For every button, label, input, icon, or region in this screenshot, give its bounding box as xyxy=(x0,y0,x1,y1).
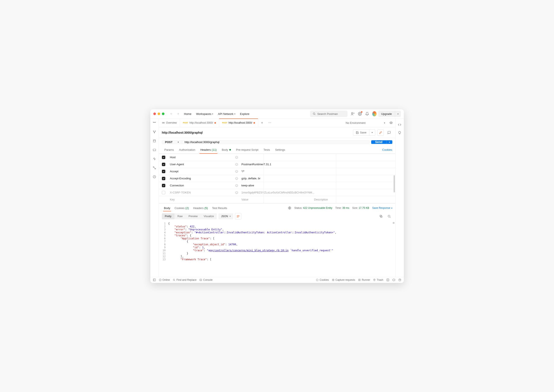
settings-icon[interactable] xyxy=(358,112,362,116)
header-value-cell[interactable]: gzip, deflate, br xyxy=(240,175,312,182)
upgrade-button[interactable]: Upgrade ▾ xyxy=(378,111,401,117)
invite-icon[interactable] xyxy=(351,112,355,116)
resp-tab-headers[interactable]: Headers (5) xyxy=(191,205,210,211)
save-dropdown[interactable]: ▾ xyxy=(369,130,375,135)
code-line[interactable]: 2 "status": 422, xyxy=(159,225,395,228)
code-line[interactable]: 11 } xyxy=(159,252,395,255)
header-desc-cell[interactable] xyxy=(312,175,395,182)
tab-options-button[interactable] xyxy=(266,121,273,125)
zoom-dot[interactable] xyxy=(162,112,164,115)
environment-selector[interactable]: No Environment ▾ xyxy=(344,121,387,125)
header-value-cell[interactable] xyxy=(240,154,312,161)
req-tab-prereq[interactable]: Pre-request Script xyxy=(233,146,261,154)
checkbox[interactable] xyxy=(162,156,165,159)
code-line[interactable]: 10 "trace": "app/controllers/concerns/mi… xyxy=(159,249,395,252)
cookies-link[interactable]: Cookies xyxy=(382,146,392,154)
code-line[interactable]: 1{ xyxy=(159,222,395,225)
footer-runner[interactable]: Runner xyxy=(358,278,370,281)
header-value-cell[interactable]: */* xyxy=(240,168,312,175)
back-button[interactable] xyxy=(169,111,174,117)
header-row[interactable]: Connection keep-alive xyxy=(159,182,395,189)
code-line[interactable]: 12 ], xyxy=(159,255,395,258)
resp-tab-body[interactable]: Body xyxy=(162,205,173,211)
code-line[interactable]: 9 "id": 1, xyxy=(159,246,395,249)
resp-tab-tests[interactable]: Test Results xyxy=(210,205,229,211)
comments-button[interactable] xyxy=(386,129,392,136)
code-line[interactable]: 13 "Framework Trace": [ xyxy=(159,258,395,261)
avatar[interactable] xyxy=(372,112,377,116)
header-key-cell[interactable]: Accept-Encoding xyxy=(168,175,240,182)
header-desc-cell[interactable] xyxy=(312,168,395,175)
code-line[interactable]: 3 "error": "Unprocessable Entity", xyxy=(159,228,395,231)
info-icon[interactable] xyxy=(235,156,238,159)
info-icon[interactable] xyxy=(235,163,238,166)
environment-quicklook-icon[interactable] xyxy=(389,121,393,125)
footer-cookies[interactable]: Cookies xyxy=(316,278,329,281)
search-input[interactable]: Search Postman xyxy=(310,111,347,117)
close-dot[interactable] xyxy=(153,112,156,115)
method-selector[interactable]: POST ▾ xyxy=(162,140,182,144)
code-snippet-icon[interactable] xyxy=(398,123,401,126)
scrollbar-thumb[interactable] xyxy=(394,175,395,192)
search-response-button[interactable] xyxy=(386,213,392,219)
api-network-dropdown[interactable]: API Network▾ xyxy=(218,112,235,116)
globe-icon[interactable] xyxy=(288,206,291,210)
footer-trash[interactable]: Trash xyxy=(373,278,383,281)
environments-icon[interactable] xyxy=(152,139,157,143)
checkbox[interactable] xyxy=(162,191,165,194)
header-row[interactable]: Accept */* xyxy=(159,168,395,175)
explore-link[interactable]: Explore xyxy=(240,112,249,116)
wrap-lines-button[interactable] xyxy=(235,213,241,219)
view-raw[interactable]: Raw xyxy=(175,213,186,219)
header-desc-cell[interactable] xyxy=(312,154,395,161)
req-tab-params[interactable]: Params xyxy=(162,146,177,154)
header-row[interactable]: User-Agent PostmanRuntime/7.31.1 xyxy=(159,161,395,168)
header-key-cell[interactable]: User-Agent xyxy=(168,161,240,168)
req-tab-tests[interactable]: Tests xyxy=(261,146,273,154)
find-replace[interactable]: Find and Replace xyxy=(173,278,196,281)
resp-tab-cookies[interactable]: Cookies (2) xyxy=(172,205,191,211)
layout-toggle[interactable] xyxy=(153,278,156,281)
scrollbar-thumb[interactable] xyxy=(393,222,394,224)
req-tab-body[interactable]: Body xyxy=(219,146,233,154)
view-visualize[interactable]: Visualize xyxy=(201,213,217,219)
save-response-button[interactable]: Save Response ▾ xyxy=(372,206,392,210)
flows-icon[interactable] xyxy=(152,166,157,170)
checkbox[interactable] xyxy=(162,170,165,173)
req-tab-headers[interactable]: Headers (11) xyxy=(198,146,219,154)
header-row[interactable]: Host xyxy=(159,154,395,161)
header-desc-cell[interactable] xyxy=(312,182,395,189)
info-icon[interactable] xyxy=(235,177,238,180)
view-pretty[interactable]: Pretty xyxy=(162,213,175,219)
save-button[interactable]: Save xyxy=(353,130,369,135)
forward-button[interactable] xyxy=(175,111,181,117)
info-icon[interactable] xyxy=(235,184,238,187)
header-value-cell[interactable]: keep-alive xyxy=(240,182,312,189)
checkbox[interactable] xyxy=(162,163,165,166)
info-icon[interactable] xyxy=(235,191,238,194)
header-row[interactable]: X-CSRF-TOKEN 1msn5gdj4PBZSYZLoLur5sXzCbR… xyxy=(159,189,395,196)
online-status[interactable]: Online xyxy=(159,278,170,281)
upgrade-dropdown[interactable]: ▾ xyxy=(395,111,401,117)
monitors-icon[interactable] xyxy=(152,157,157,161)
header-key-cell[interactable]: Accept xyxy=(168,168,240,175)
header-key-cell[interactable]: Connection xyxy=(168,182,240,189)
tab-overview[interactable]: Overview xyxy=(159,119,180,127)
tab-request-1[interactable]: POST http://localhost:3000/ xyxy=(180,119,219,127)
apis-icon[interactable] xyxy=(152,130,157,134)
checkbox[interactable] xyxy=(162,184,165,187)
history-icon[interactable] xyxy=(152,175,157,179)
notifications-icon[interactable] xyxy=(365,112,369,116)
header-key-placeholder[interactable]: Key xyxy=(168,196,240,203)
copy-response-button[interactable] xyxy=(378,213,384,219)
header-desc-cell[interactable] xyxy=(312,161,395,168)
mock-servers-icon[interactable] xyxy=(152,148,157,152)
header-key-cell[interactable]: Host xyxy=(168,154,240,161)
code-line[interactable]: 7 { xyxy=(159,240,395,243)
edit-button[interactable] xyxy=(377,129,384,136)
code-line[interactable]: 8 "exception_object_id": 14700, xyxy=(159,243,395,246)
header-row[interactable]: Accept-Encoding gzip, deflate, br xyxy=(159,175,395,182)
tips-icon[interactable] xyxy=(398,131,401,134)
checkbox[interactable] xyxy=(162,177,165,180)
req-tab-auth[interactable]: Authorization xyxy=(176,146,198,154)
